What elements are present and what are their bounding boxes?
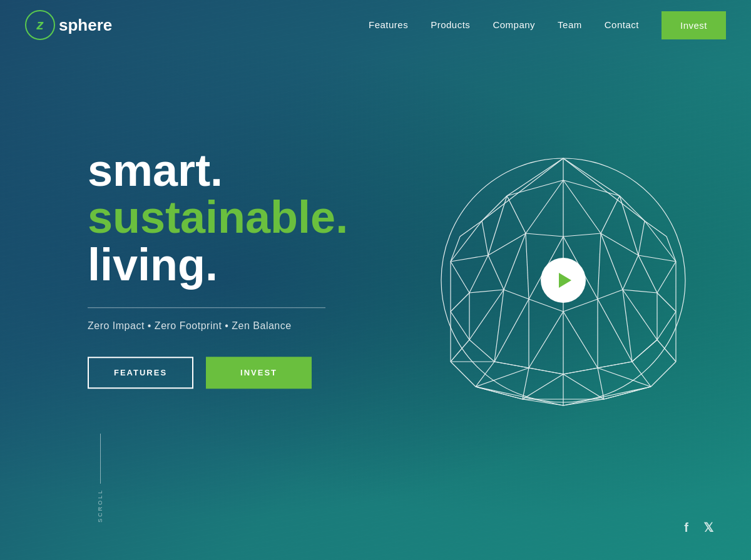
svg-line-37 [504, 233, 526, 290]
tagline-line1: smart. [88, 147, 348, 195]
svg-line-38 [504, 290, 529, 299]
svg-line-49 [623, 290, 657, 293]
svg-line-5 [482, 158, 563, 221]
nav-item-team[interactable]: Team [558, 19, 582, 31]
svg-line-69 [598, 299, 632, 362]
logo-name: sphere [59, 16, 112, 35]
nav-invest-button[interactable]: Invest [662, 11, 726, 39]
scroll-indicator: SCROLL [97, 434, 103, 522]
svg-line-35 [469, 290, 504, 293]
nav-item-contact[interactable]: Contact [605, 19, 639, 31]
svg-line-54 [451, 312, 469, 340]
svg-line-98 [632, 362, 651, 387]
scroll-line [100, 434, 101, 484]
svg-line-52 [657, 293, 676, 312]
svg-line-10 [645, 221, 676, 262]
hero-subtext: Zero Impact • Zero Footprint • Zen Balan… [88, 321, 348, 332]
svg-line-45 [598, 233, 601, 299]
svg-line-82 [632, 340, 657, 362]
svg-line-75 [451, 340, 469, 362]
svg-line-51 [657, 262, 676, 293]
svg-line-4 [563, 158, 645, 221]
svg-line-85 [451, 362, 476, 387]
logo-circle: z [25, 10, 55, 40]
svg-line-48 [623, 255, 638, 290]
svg-line-33 [451, 293, 469, 312]
navbar: z sphere Features Products Company Team … [0, 0, 751, 50]
svg-line-3 [563, 158, 620, 196]
svg-line-46 [598, 290, 623, 299]
svg-line-90 [523, 374, 563, 399]
svg-line-106 [476, 387, 563, 405]
play-button[interactable] [541, 258, 586, 303]
scroll-label: SCROLL [97, 489, 103, 522]
svg-line-99 [651, 362, 676, 387]
svg-line-13 [460, 221, 482, 237]
features-button[interactable]: FEATURES [88, 357, 193, 389]
nav-links: Features Products Company Team Contact I… [369, 11, 726, 39]
svg-line-17 [451, 255, 488, 262]
sphere-container [413, 130, 713, 430]
svg-line-26 [563, 180, 601, 233]
svg-line-22 [526, 180, 563, 233]
svg-line-1 [507, 158, 563, 196]
svg-line-47 [601, 233, 623, 290]
hero-section: z sphere Features Products Company Team … [0, 0, 751, 560]
facebook-icon[interactable]: f [684, 521, 688, 535]
svg-line-56 [469, 290, 504, 340]
svg-line-39 [526, 233, 529, 299]
svg-line-80 [563, 368, 598, 374]
svg-line-97 [598, 368, 651, 387]
svg-line-21 [507, 196, 526, 233]
svg-line-16 [451, 262, 469, 293]
svg-line-59 [494, 299, 529, 362]
svg-line-14 [645, 221, 667, 237]
svg-line-105 [563, 387, 651, 405]
svg-line-62 [529, 312, 563, 368]
nav-item-company[interactable]: Company [493, 19, 535, 31]
tagline-divider [88, 308, 325, 308]
tagline-line2: sustainable. [88, 194, 348, 242]
invest-button[interactable]: INVEST [206, 357, 312, 389]
tagline-line3: living. [88, 242, 348, 289]
tagline: smart. sustainable. living. [88, 147, 348, 289]
svg-line-86 [476, 362, 494, 387]
svg-line-70 [623, 290, 632, 362]
svg-line-87 [476, 368, 529, 387]
hero-content: smart. sustainable. living. Zero Impact … [88, 147, 348, 389]
svg-line-15 [667, 237, 676, 262]
svg-line-94 [563, 374, 604, 399]
svg-line-12 [451, 237, 460, 262]
nav-item-features[interactable]: Features [369, 19, 408, 31]
svg-line-30 [638, 221, 645, 255]
svg-line-74 [657, 312, 676, 340]
svg-line-95 [598, 368, 604, 399]
svg-line-36 [488, 255, 504, 290]
svg-line-78 [494, 362, 529, 368]
nav-item-products[interactable]: Products [431, 19, 470, 31]
twitter-icon[interactable]: 𝕏 [703, 520, 713, 535]
social-icons: f 𝕏 [684, 520, 713, 535]
svg-line-32 [469, 255, 488, 293]
svg-line-58 [494, 290, 504, 362]
logo[interactable]: z sphere [25, 10, 112, 40]
svg-line-72 [623, 290, 657, 340]
svg-line-27 [601, 196, 620, 233]
svg-line-79 [529, 368, 563, 374]
svg-line-50 [638, 255, 657, 293]
svg-line-57 [469, 340, 494, 362]
svg-line-89 [523, 368, 529, 399]
svg-line-31 [638, 255, 676, 262]
svg-line-18 [482, 221, 488, 255]
svg-line-23 [526, 233, 563, 237]
svg-line-11 [451, 221, 482, 262]
hero-buttons: FEATURES INVEST [88, 357, 348, 389]
svg-line-81 [598, 362, 632, 368]
svg-line-7 [507, 180, 563, 196]
svg-line-25 [563, 233, 601, 237]
svg-line-66 [563, 312, 598, 368]
play-icon [559, 273, 571, 288]
logo-z: z [37, 17, 44, 33]
svg-line-8 [563, 180, 620, 196]
nav-cta[interactable]: Invest [662, 11, 726, 39]
